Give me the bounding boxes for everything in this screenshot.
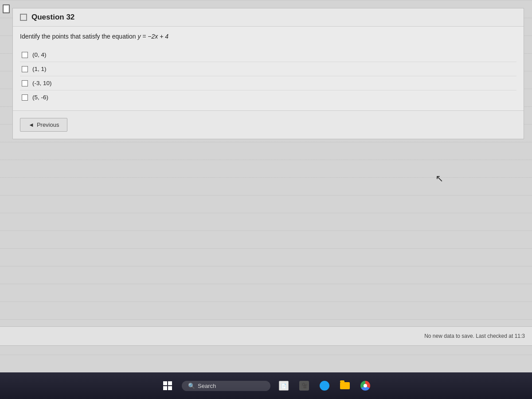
navigation-area: ◄ Previous xyxy=(13,111,524,139)
cursor-icon: ↖ xyxy=(435,173,443,184)
folder-icon-shape xyxy=(340,382,350,389)
option-label-4[interactable]: (5, -6) xyxy=(32,94,48,101)
answer-options: (0, 4) (1, 1) (-3, 10) (5, -6) xyxy=(20,48,516,104)
taskbar-chrome-icon[interactable] xyxy=(358,379,372,393)
windows-start-button[interactable] xyxy=(160,378,176,394)
checkbox-opt4[interactable] xyxy=(22,94,28,101)
answer-option-2[interactable]: (1, 1) xyxy=(20,62,516,76)
option-label-2[interactable]: (1, 1) xyxy=(32,66,47,72)
taskbar-search[interactable]: 🔍 Search xyxy=(182,381,270,391)
taskbar: 🔍 Search 📄 🎥 xyxy=(0,372,532,399)
windows-logo-icon xyxy=(163,381,172,390)
checkbox-opt1[interactable] xyxy=(22,52,28,58)
equation: y = −2x + 4 xyxy=(137,33,168,40)
edge-icon-shape xyxy=(320,381,329,391)
page-icon xyxy=(3,4,10,13)
chrome-icon-shape xyxy=(360,381,370,391)
answer-option-1[interactable]: (0, 4) xyxy=(20,48,516,62)
taskbar-search-label: Search xyxy=(198,383,216,389)
status-text: No new data to save. Last checked at 11:… xyxy=(424,333,525,339)
taskbar-file-icon[interactable]: 📄 xyxy=(277,379,291,393)
question-header: Question 32 xyxy=(13,8,524,27)
answer-option-4[interactable]: (5, -6) xyxy=(20,90,516,104)
question-body: Identify the points that satisfy the equ… xyxy=(13,27,524,111)
taskbar-edge-icon[interactable] xyxy=(317,379,332,393)
answer-option-3[interactable]: (-3, 10) xyxy=(20,76,516,90)
taskbar-search-icon: 🔍 xyxy=(188,383,195,389)
previous-button-label: Previous xyxy=(37,121,59,128)
previous-button[interactable]: ◄ Previous xyxy=(20,118,67,132)
question-text: Identify the points that satisfy the equ… xyxy=(20,33,516,40)
status-bar: No new data to save. Last checked at 11:… xyxy=(0,326,532,346)
checkbox-opt2[interactable] xyxy=(22,66,28,72)
prev-arrow-icon: ◄ xyxy=(28,121,34,128)
main-content: Question 32 Identify the points that sat… xyxy=(0,0,532,372)
option-label-1[interactable]: (0, 4) xyxy=(32,51,47,58)
checkbox-opt3[interactable] xyxy=(22,80,28,86)
taskbar-folder-icon[interactable] xyxy=(338,379,352,393)
taskbar-camera-icon[interactable]: 🎥 xyxy=(297,379,311,393)
question-title: Question 32 xyxy=(31,13,74,22)
question-card: Question 32 Identify the points that sat… xyxy=(12,8,524,139)
camera-icon-shape: 🎥 xyxy=(299,381,309,391)
file-icon-shape: 📄 xyxy=(279,381,289,391)
header-box-icon xyxy=(20,14,27,21)
option-label-3[interactable]: (-3, 10) xyxy=(32,80,52,86)
